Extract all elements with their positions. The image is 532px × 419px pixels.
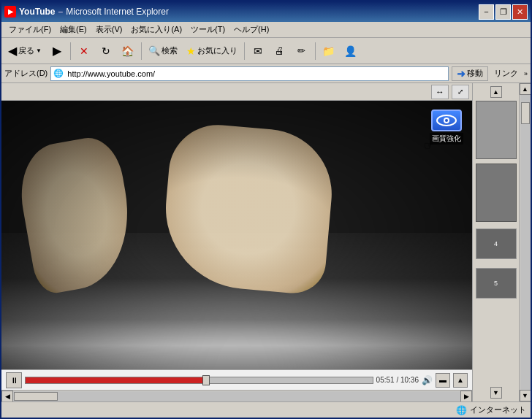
address-input[interactable] <box>66 67 448 80</box>
video-toolbar: ↔ ⤢ <box>1 83 472 101</box>
progress-thumb <box>202 375 210 385</box>
navigation-toolbar: ◀ 戻る ▼ ▶ ✕ ↻ 🏠 🔍 検索 ★ お気に入り ✉ � <box>1 38 531 64</box>
fullscreen-button[interactable]: ⤢ <box>452 85 469 99</box>
folder-icon: 📁 <box>322 45 335 57</box>
youtube-icon: ▶ <box>4 6 16 18</box>
fullscreen-ctrl-button[interactable]: ▲ <box>453 373 468 388</box>
video-controls: ⏸ 05:51 / 10:36 🔊 ▬ ▲ <box>1 369 472 390</box>
address-label: アドレス(D) <box>4 68 48 79</box>
menu-favorites[interactable]: お気に入り(A) <box>126 23 186 36</box>
toolbar-separator-3 <box>244 42 245 60</box>
settings-icon: ▬ <box>439 376 446 384</box>
edit-button[interactable]: ✏ <box>292 41 312 61</box>
video-content: 画質強化 ☞ <box>1 101 472 369</box>
resize-button[interactable]: ↔ <box>431 85 449 99</box>
zone-label: インターネット <box>470 404 526 415</box>
refresh-button[interactable]: ↻ <box>96 41 116 61</box>
horizontal-scroll-track[interactable] <box>13 391 460 401</box>
scroll-left-button[interactable]: ◀ <box>1 391 13 402</box>
back-button[interactable]: ◀ 戻る ▼ <box>4 41 45 61</box>
folder-button[interactable]: 📁 <box>319 41 339 61</box>
edit-icon: ✏ <box>297 45 305 56</box>
settings-button[interactable]: ▬ <box>436 373 450 388</box>
restore-button[interactable]: ❐ <box>495 4 511 20</box>
menu-file[interactable]: ファイル(F) <box>4 23 56 36</box>
fullscreen-icon: ▲ <box>457 376 464 384</box>
minimize-button[interactable]: − <box>479 4 494 20</box>
window-controls: − ❐ ✕ <box>479 4 528 20</box>
toolbar-separator-4 <box>315 42 316 60</box>
vertical-scroll-thumb[interactable] <box>521 102 530 124</box>
stop-icon: ✕ <box>80 45 88 57</box>
search-icon: 🔍 <box>148 45 160 56</box>
dropdown-icon: ▼ <box>36 47 42 54</box>
quality-enhance-button[interactable]: 画質強化 <box>430 109 463 145</box>
status-bar: 🌐 インターネット <box>1 401 531 418</box>
menu-view[interactable]: 表示(V) <box>91 23 127 36</box>
volume-icon[interactable]: 🔊 <box>422 375 433 385</box>
status-right: 🌐 インターネット <box>452 404 531 415</box>
back-label: 戻る <box>18 45 34 56</box>
window-title: YouTube <box>19 7 56 17</box>
go-button[interactable]: ➜ 移動 <box>452 66 488 81</box>
home-button[interactable]: 🏠 <box>118 41 138 61</box>
address-input-wrapper: 🌐 <box>50 66 449 81</box>
time-display: 05:51 / 10:36 <box>376 376 419 384</box>
quality-label: 画質強化 <box>430 133 463 145</box>
user-icon: 👤 <box>344 45 357 57</box>
toolbar-separator-1 <box>70 42 71 60</box>
scroll-down-button[interactable]: ▼ <box>490 387 502 399</box>
play-pause-button[interactable]: ⏸ <box>6 372 22 388</box>
search-label: 検索 <box>162 45 178 56</box>
menu-bar: ファイル(F) 編集(E) 表示(V) お気に入り(A) ツール(T) ヘルプ(… <box>1 22 531 38</box>
thumbnail-5[interactable]: 5 <box>476 268 517 299</box>
go-arrow-icon: ➜ <box>457 68 466 80</box>
favorites-label: お気に入り <box>197 45 238 56</box>
print-button[interactable]: 🖨 <box>270 41 290 61</box>
thumbnail-placeholder-1 <box>476 101 517 159</box>
scroll-bottom-button[interactable]: ▼ <box>520 390 531 401</box>
mail-button[interactable]: ✉ <box>248 41 268 61</box>
user-button[interactable]: 👤 <box>341 41 361 61</box>
globe-status-icon: 🌐 <box>456 405 467 415</box>
address-bar: アドレス(D) 🌐 ➜ 移動 リンク » <box>1 64 531 83</box>
title-bar: ▶ YouTube – Microsoft Internet Explorer … <box>1 1 531 22</box>
home-icon: 🏠 <box>121 45 134 57</box>
favorites-toolbar-button[interactable]: ★ お気に入り <box>183 41 241 61</box>
cursor-pointer: ☞ <box>424 139 434 153</box>
thumbnail-placeholder-2 <box>476 164 517 222</box>
page-icon: 🌐 <box>51 66 66 81</box>
horizontal-scrollbar: ◀ ▶ <box>1 390 472 401</box>
horizontal-scroll-thumb[interactable] <box>14 392 58 401</box>
progress-bar[interactable] <box>25 377 373 384</box>
title-separator: – <box>58 7 64 17</box>
links-expand-icon[interactable]: » <box>524 70 528 77</box>
printer-icon: 🖨 <box>275 45 284 56</box>
page-area: ↔ ⤢ <box>1 83 472 401</box>
title-bar-left: ▶ YouTube – Microsoft Internet Explorer <box>4 6 169 18</box>
video-wrapper: 画質強化 ☞ <box>1 101 472 369</box>
app-name: Microsoft Internet Explorer <box>66 7 169 17</box>
menu-tools[interactable]: ツール(T) <box>186 23 229 36</box>
menu-help[interactable]: ヘルプ(H) <box>229 23 273 36</box>
stop-button[interactable]: ✕ <box>74 41 94 61</box>
links-button[interactable]: リンク <box>491 66 521 80</box>
close-button[interactable]: ✕ <box>512 4 528 20</box>
thumbnail-4[interactable]: 4 <box>476 228 517 259</box>
dark-vignette <box>1 101 472 369</box>
toolbar-separator-2 <box>141 42 142 60</box>
scroll-top-button[interactable]: ▲ <box>520 83 531 95</box>
vertical-scroll-track[interactable] <box>520 95 531 390</box>
menu-edit[interactable]: 編集(E) <box>56 23 91 36</box>
refresh-icon: ↻ <box>102 45 110 57</box>
search-button[interactable]: 🔍 検索 <box>145 41 181 61</box>
forward-arrow-icon: ▶ <box>53 44 61 58</box>
browser-window: ▶ YouTube – Microsoft Internet Explorer … <box>0 0 532 419</box>
progress-fill <box>26 377 206 383</box>
thumb-4-label: 4 <box>494 240 498 247</box>
quality-icon <box>431 109 462 131</box>
scroll-right-button[interactable]: ▶ <box>460 391 472 402</box>
forward-button[interactable]: ▶ <box>47 41 67 61</box>
vertical-scrollbar: ▲ ▼ <box>519 83 531 401</box>
scroll-up-button[interactable]: ▲ <box>490 86 502 98</box>
